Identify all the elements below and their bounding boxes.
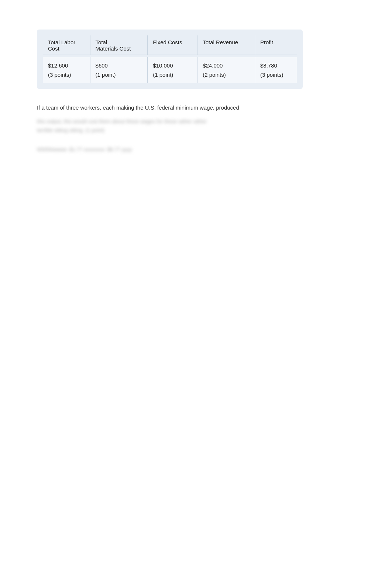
header-labor: Total Labor Cost	[43, 35, 90, 55]
intro-text: If a team of three workers, each making …	[37, 103, 355, 112]
cell-labor-points: (3 points)	[43, 71, 90, 83]
table-row-values: $12,600 $600 $10,000 $24,000 $8,780	[43, 57, 297, 71]
cell-revenue-value: $24,000	[197, 57, 255, 71]
header-profit: Profit	[255, 35, 297, 55]
blurred-text-2: WWWwwww: $1.77 xxxxxxxx: $8.77 yyyy	[37, 145, 355, 154]
intro-paragraph: If a team of three workers, each making …	[37, 103, 355, 135]
cell-fixed-value: $10,000	[148, 57, 197, 71]
header-fixed: Fixed Costs	[148, 35, 197, 55]
cell-materials-points: (1 point)	[90, 71, 148, 83]
cell-materials-value: $600	[90, 57, 148, 71]
table-container: Total Labor Cost Total Materials Cost Fi…	[37, 30, 303, 89]
cell-revenue-points: (2 points)	[197, 71, 255, 83]
blurred-text-1: this output, this would cost them about …	[37, 117, 355, 135]
cell-fixed-points: (1 point)	[148, 71, 197, 83]
table-row-points: (3 points) (1 point) (1 point) (2 points…	[43, 71, 297, 83]
cell-profit-value: $8,780	[255, 57, 297, 71]
cell-profit-points: (3 points)	[255, 71, 297, 83]
header-materials: Total Materials Cost	[90, 35, 148, 55]
header-revenue: Total Revenue	[197, 35, 255, 55]
cell-labor-value: $12,600	[43, 57, 90, 71]
